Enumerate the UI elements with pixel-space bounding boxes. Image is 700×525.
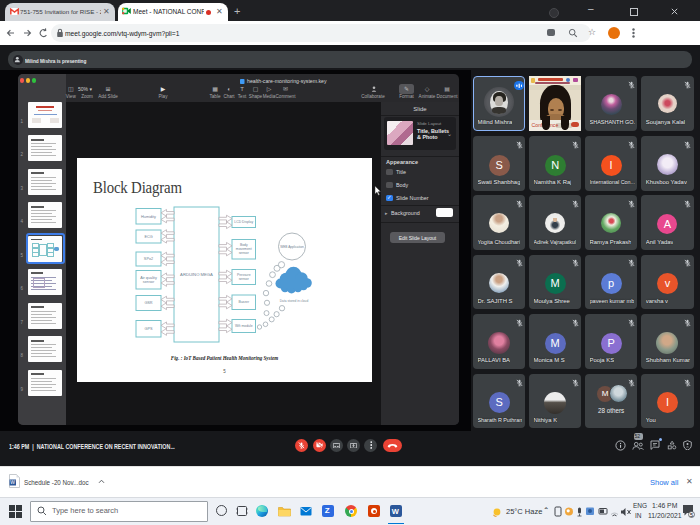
svg-text:Wifi module: Wifi module [235,324,253,328]
svg-text:Air quality: Air quality [140,275,157,279]
svg-text:WEB Application: WEB Application [280,245,304,249]
svg-text:ECG: ECG [144,234,152,238]
svg-text:LCD Display: LCD Display [234,220,253,224]
svg-text:sensor: sensor [239,251,250,255]
svg-text:sensor: sensor [143,280,155,284]
svg-text:SPo2: SPo2 [144,257,153,261]
svg-text:Humidity: Humidity [141,214,156,218]
svg-text:Data stored in cloud: Data stored in cloud [280,298,309,302]
svg-text:5: 5 [690,512,693,518]
svg-text:GPS: GPS [144,327,152,331]
svg-text:ARDUINO MEGA: ARDUINO MEGA [180,271,213,276]
svg-text:GSR: GSR [144,301,152,305]
svg-text:W: W [10,479,15,485]
svg-text:Buzzer: Buzzer [238,300,249,304]
svg-text:sensor: sensor [239,277,250,281]
